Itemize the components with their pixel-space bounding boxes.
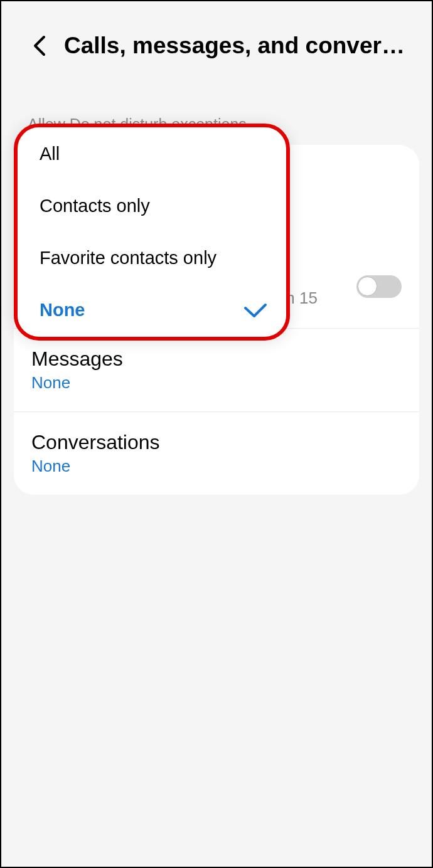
messages-value: None bbox=[31, 373, 402, 393]
back-button[interactable] bbox=[26, 33, 51, 58]
conversations-title: Conversations bbox=[31, 431, 402, 454]
toggle-knob bbox=[358, 277, 377, 296]
dropdown-label: All bbox=[40, 144, 60, 164]
check-icon bbox=[243, 303, 267, 318]
conversations-row[interactable]: Conversations None bbox=[14, 412, 419, 495]
calls-dropdown: All Contacts only Favorite contacts only… bbox=[14, 124, 290, 341]
dropdown-item-none[interactable]: None bbox=[18, 284, 286, 337]
dropdown-item-contacts-only[interactable]: Contacts only bbox=[18, 180, 286, 232]
header: Calls, messages, and conversa… bbox=[1, 1, 432, 78]
conversations-value: None bbox=[31, 457, 402, 476]
dropdown-item-all[interactable]: All bbox=[18, 127, 286, 180]
messages-title: Messages bbox=[31, 347, 402, 371]
dropdown-item-favorite-contacts-only[interactable]: Favorite contacts only bbox=[18, 232, 286, 284]
back-icon bbox=[32, 34, 46, 57]
messages-row[interactable]: Messages None bbox=[14, 329, 419, 412]
dropdown-label: Contacts only bbox=[40, 196, 150, 216]
page-title: Calls, messages, and conversa… bbox=[64, 33, 413, 59]
dropdown-label: Favorite contacts only bbox=[40, 248, 216, 268]
repeat-callers-toggle[interactable] bbox=[356, 275, 402, 298]
dropdown-label: None bbox=[40, 300, 85, 320]
